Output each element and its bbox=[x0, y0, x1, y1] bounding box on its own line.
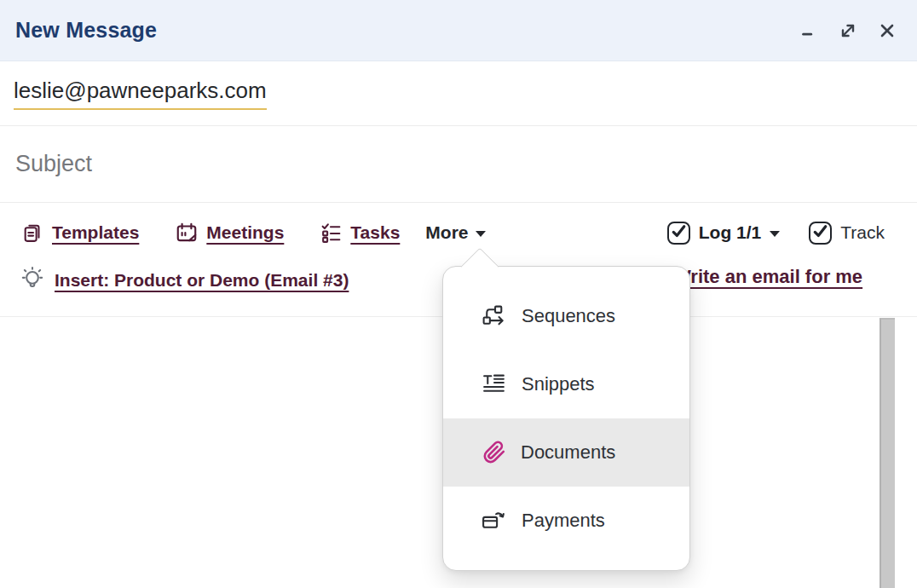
minimize-button[interactable] bbox=[796, 18, 822, 43]
minimize-icon bbox=[799, 21, 818, 40]
tasks-button[interactable]: Tasks bbox=[320, 222, 400, 245]
window-title: New Message bbox=[15, 18, 157, 43]
log-label: Log 1/1 bbox=[699, 222, 762, 243]
payment-card-icon bbox=[481, 508, 507, 534]
calendar-icon bbox=[175, 221, 199, 245]
templates-button[interactable]: Templates bbox=[21, 222, 139, 245]
log-toggle[interactable]: Log 1/1 bbox=[667, 222, 781, 245]
snippets-icon bbox=[481, 372, 507, 398]
meetings-button[interactable]: Meetings bbox=[175, 221, 284, 245]
chevron-down-icon bbox=[476, 231, 486, 237]
subject-input[interactable] bbox=[14, 150, 903, 178]
menu-item-payments[interactable]: Payments bbox=[443, 487, 689, 555]
menu-item-label: Documents bbox=[521, 441, 615, 464]
expand-icon bbox=[838, 20, 858, 41]
log-chevron-down-icon[interactable] bbox=[770, 231, 780, 237]
more-button[interactable]: More bbox=[425, 222, 485, 243]
menu-item-label: Sequences bbox=[522, 305, 615, 327]
recipient-token[interactable]: leslie@pawneeparks.com bbox=[14, 78, 267, 110]
lightbulb-icon bbox=[19, 265, 46, 296]
tasks-label: Tasks bbox=[350, 222, 400, 243]
menu-item-label: Snippets bbox=[522, 373, 595, 395]
toolbar-row-2: Insert: Product or Demo (Email #3) bbox=[19, 261, 349, 300]
checklist-icon bbox=[320, 222, 343, 245]
toolbar-row-1: Templates Meetings bbox=[21, 214, 885, 251]
toolbar-right: Log 1/1 Track bbox=[667, 222, 885, 245]
track-checkbox[interactable] bbox=[809, 222, 832, 245]
meetings-label: Meetings bbox=[206, 222, 284, 243]
menu-item-sequences[interactable]: Sequences bbox=[443, 282, 689, 350]
insert-template-link[interactable]: Insert: Product or Demo (Email #3) bbox=[55, 270, 349, 291]
paperclip-icon bbox=[481, 440, 506, 465]
close-button[interactable] bbox=[874, 18, 900, 43]
subject-row bbox=[0, 126, 917, 203]
more-dropdown-menu: Sequences Snippets Documents bbox=[442, 266, 690, 571]
track-label: Track bbox=[840, 222, 885, 243]
sequences-icon bbox=[481, 303, 507, 330]
more-label: More bbox=[425, 222, 468, 243]
scrollbar[interactable] bbox=[880, 318, 895, 588]
window-controls bbox=[796, 18, 900, 43]
copy-document-icon bbox=[21, 222, 44, 245]
track-toggle[interactable]: Track bbox=[809, 222, 885, 245]
close-icon bbox=[877, 20, 897, 41]
write-email-link[interactable]: Write an email for me bbox=[673, 266, 862, 288]
titlebar: New Message bbox=[0, 0, 917, 61]
menu-item-snippets[interactable]: Snippets bbox=[443, 350, 689, 418]
templates-label: Templates bbox=[52, 222, 139, 243]
expand-button[interactable] bbox=[835, 18, 861, 43]
menu-item-documents[interactable]: Documents bbox=[443, 418, 689, 487]
recipient-field[interactable]: leslie@pawneeparks.com bbox=[0, 61, 917, 126]
log-checkbox[interactable] bbox=[667, 222, 690, 245]
menu-item-label: Payments bbox=[522, 510, 605, 532]
